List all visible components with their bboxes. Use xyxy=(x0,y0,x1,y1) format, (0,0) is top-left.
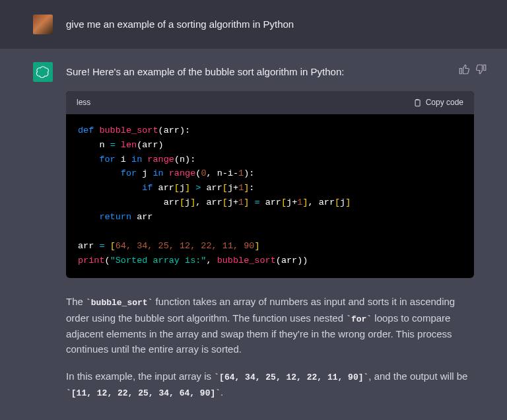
explanation-paragraph-2: In this example, the input array is `[64… xyxy=(66,368,474,400)
user-text: give me an example of a sorting algorith… xyxy=(66,15,474,32)
inline-code: `for` xyxy=(346,314,372,324)
inline-code: `[11, 12, 22, 25, 34, 64, 90]` xyxy=(66,388,220,398)
code-block: less Copy code def bubble_sort(arr): n =… xyxy=(66,91,474,278)
inline-code: `[64, 34, 25, 12, 22, 11, 90]` xyxy=(214,372,368,382)
thumbs-up-button[interactable] xyxy=(458,63,470,75)
thumbs-down-button[interactable] xyxy=(475,63,487,75)
openai-logo-icon xyxy=(36,65,50,79)
copy-code-label: Copy code xyxy=(426,96,463,109)
assistant-avatar xyxy=(33,62,53,82)
code-language: less xyxy=(77,96,90,109)
inline-code: `bubble_sort` xyxy=(86,298,152,308)
code-content: def bubble_sort(arr): n = len(arr) for i… xyxy=(66,114,474,279)
explanation-paragraph-1: The `bubble_sort` function takes an arra… xyxy=(66,294,474,357)
svg-rect-0 xyxy=(415,100,420,106)
clipboard-icon xyxy=(413,98,422,108)
feedback-actions xyxy=(458,63,487,75)
assistant-intro: Sure! Here's an example of the bubble so… xyxy=(66,62,474,79)
copy-code-button[interactable]: Copy code xyxy=(413,96,463,109)
user-avatar xyxy=(33,15,53,34)
code-header: less Copy code xyxy=(66,91,474,114)
user-message: give me an example of a sorting algorith… xyxy=(0,0,507,49)
assistant-message: Sure! Here's an example of the bubble so… xyxy=(0,49,507,420)
